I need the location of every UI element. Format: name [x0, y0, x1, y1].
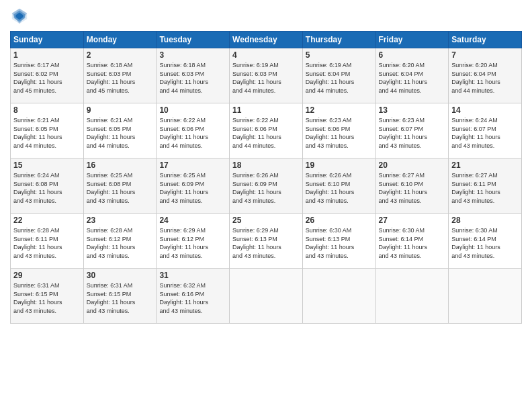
calendar-cell: 22Sunrise: 6:28 AMSunset: 6:11 PMDayligh…	[11, 214, 84, 269]
day-number: 20	[379, 161, 446, 170]
day-info: Sunrise: 6:23 AMSunset: 6:06 PMDaylight:…	[306, 116, 373, 150]
day-number: 9	[87, 105, 154, 115]
day-number: 10	[159, 105, 226, 115]
calendar-week-1: 1Sunrise: 6:17 AMSunset: 6:02 PMDaylight…	[11, 48, 522, 103]
day-info: Sunrise: 6:20 AMSunset: 6:04 PMDaylight:…	[379, 61, 446, 95]
day-number: 16	[87, 161, 154, 170]
day-number: 28	[451, 216, 519, 225]
calendar-week-4: 22Sunrise: 6:28 AMSunset: 6:11 PMDayligh…	[11, 214, 522, 269]
day-number: 29	[13, 271, 81, 280]
calendar-cell: 1Sunrise: 6:17 AMSunset: 6:02 PMDaylight…	[11, 48, 84, 103]
calendar-cell: 6Sunrise: 6:20 AMSunset: 6:04 PMDaylight…	[375, 48, 449, 103]
day-number: 3	[159, 50, 226, 60]
day-info: Sunrise: 6:27 AMSunset: 6:11 PMDaylight:…	[451, 171, 519, 205]
day-info: Sunrise: 6:25 AMSunset: 6:09 PMDaylight:…	[159, 171, 226, 205]
day-number: 19	[306, 161, 373, 170]
day-number: 18	[232, 161, 300, 170]
weekday-header-sunday: Sunday	[11, 32, 84, 48]
calendar-cell: 14Sunrise: 6:24 AMSunset: 6:07 PMDayligh…	[449, 103, 522, 158]
calendar-cell: 24Sunrise: 6:29 AMSunset: 6:12 PMDayligh…	[157, 214, 230, 269]
day-info: Sunrise: 6:26 AMSunset: 6:10 PMDaylight:…	[306, 171, 373, 205]
day-number: 2	[87, 50, 154, 60]
day-info: Sunrise: 6:24 AMSunset: 6:08 PMDaylight:…	[13, 171, 81, 205]
day-info: Sunrise: 6:29 AMSunset: 6:12 PMDaylight:…	[159, 226, 226, 260]
day-info: Sunrise: 6:30 AMSunset: 6:14 PMDaylight:…	[451, 226, 519, 260]
calendar-week-2: 8Sunrise: 6:21 AMSunset: 6:05 PMDaylight…	[11, 103, 522, 158]
calendar-cell: 13Sunrise: 6:23 AMSunset: 6:07 PMDayligh…	[375, 103, 449, 158]
calendar-cell: 11Sunrise: 6:22 AMSunset: 6:06 PMDayligh…	[230, 103, 303, 158]
day-number: 30	[87, 271, 154, 280]
day-number: 13	[379, 105, 446, 115]
day-info: Sunrise: 6:23 AMSunset: 6:07 PMDaylight:…	[379, 116, 446, 150]
day-number: 23	[87, 216, 154, 225]
day-info: Sunrise: 6:18 AMSunset: 6:03 PMDaylight:…	[87, 61, 154, 95]
weekday-header-friday: Friday	[375, 32, 449, 48]
day-info: Sunrise: 6:17 AMSunset: 6:02 PMDaylight:…	[13, 61, 81, 95]
day-info: Sunrise: 6:21 AMSunset: 6:05 PMDaylight:…	[13, 116, 81, 150]
day-info: Sunrise: 6:31 AMSunset: 6:15 PMDaylight:…	[13, 281, 81, 315]
calendar-cell: 21Sunrise: 6:27 AMSunset: 6:11 PMDayligh…	[449, 158, 522, 214]
day-info: Sunrise: 6:28 AMSunset: 6:11 PMDaylight:…	[13, 226, 81, 260]
calendar-cell: 12Sunrise: 6:23 AMSunset: 6:06 PMDayligh…	[302, 103, 375, 158]
calendar-cell	[230, 269, 303, 324]
day-info: Sunrise: 6:21 AMSunset: 6:05 PMDaylight:…	[87, 116, 154, 150]
calendar-cell: 31Sunrise: 6:32 AMSunset: 6:16 PMDayligh…	[157, 269, 230, 324]
calendar-cell: 5Sunrise: 6:19 AMSunset: 6:04 PMDaylight…	[302, 48, 375, 103]
calendar-cell	[302, 269, 375, 324]
page: SundayMondayTuesdayWednesdayThursdayFrid…	[0, 0, 532, 411]
calendar-cell: 27Sunrise: 6:30 AMSunset: 6:14 PMDayligh…	[375, 214, 449, 269]
weekday-header-monday: Monday	[83, 32, 157, 48]
day-number: 1	[13, 50, 81, 60]
day-number: 4	[232, 50, 300, 60]
day-info: Sunrise: 6:30 AMSunset: 6:14 PMDaylight:…	[379, 226, 446, 260]
day-number: 24	[159, 216, 226, 225]
day-info: Sunrise: 6:19 AMSunset: 6:04 PMDaylight:…	[306, 61, 373, 95]
calendar-cell: 28Sunrise: 6:30 AMSunset: 6:14 PMDayligh…	[449, 214, 522, 269]
day-info: Sunrise: 6:32 AMSunset: 6:16 PMDaylight:…	[159, 281, 226, 315]
day-info: Sunrise: 6:29 AMSunset: 6:13 PMDaylight:…	[232, 226, 300, 260]
calendar-cell: 7Sunrise: 6:20 AMSunset: 6:04 PMDaylight…	[449, 48, 522, 103]
logo	[10, 7, 32, 26]
day-info: Sunrise: 6:25 AMSunset: 6:08 PMDaylight:…	[87, 171, 154, 205]
day-info: Sunrise: 6:28 AMSunset: 6:12 PMDaylight:…	[87, 226, 154, 260]
calendar-cell	[449, 269, 522, 324]
day-info: Sunrise: 6:18 AMSunset: 6:03 PMDaylight:…	[159, 61, 226, 95]
calendar-cell: 10Sunrise: 6:22 AMSunset: 6:06 PMDayligh…	[157, 103, 230, 158]
day-info: Sunrise: 6:27 AMSunset: 6:10 PMDaylight:…	[379, 171, 446, 205]
calendar-cell: 20Sunrise: 6:27 AMSunset: 6:10 PMDayligh…	[375, 158, 449, 214]
day-number: 7	[451, 50, 519, 60]
calendar-cell: 23Sunrise: 6:28 AMSunset: 6:12 PMDayligh…	[83, 214, 157, 269]
day-number: 11	[232, 105, 300, 115]
day-info: Sunrise: 6:24 AMSunset: 6:07 PMDaylight:…	[451, 116, 519, 150]
day-number: 26	[306, 216, 373, 225]
calendar-cell: 4Sunrise: 6:19 AMSunset: 6:03 PMDaylight…	[230, 48, 303, 103]
calendar-week-5: 29Sunrise: 6:31 AMSunset: 6:15 PMDayligh…	[11, 269, 522, 324]
calendar-cell: 9Sunrise: 6:21 AMSunset: 6:05 PMDaylight…	[83, 103, 157, 158]
weekday-header-thursday: Thursday	[302, 32, 375, 48]
calendar-week-3: 15Sunrise: 6:24 AMSunset: 6:08 PMDayligh…	[11, 158, 522, 214]
day-number: 14	[451, 105, 519, 115]
day-number: 15	[13, 161, 81, 170]
calendar-table: SundayMondayTuesdayWednesdayThursdayFrid…	[10, 31, 522, 324]
calendar-cell: 15Sunrise: 6:24 AMSunset: 6:08 PMDayligh…	[11, 158, 84, 214]
day-info: Sunrise: 6:30 AMSunset: 6:13 PMDaylight:…	[306, 226, 373, 260]
day-number: 27	[379, 216, 446, 225]
day-number: 31	[159, 271, 226, 280]
weekday-header-wednesday: Wednesday	[230, 32, 303, 48]
calendar-cell: 2Sunrise: 6:18 AMSunset: 6:03 PMDaylight…	[83, 48, 157, 103]
calendar-cell: 8Sunrise: 6:21 AMSunset: 6:05 PMDaylight…	[11, 103, 84, 158]
logo-icon	[10, 7, 29, 26]
day-number: 17	[159, 161, 226, 170]
calendar-cell	[375, 269, 449, 324]
day-number: 21	[451, 161, 519, 170]
day-number: 22	[13, 216, 81, 225]
day-number: 25	[232, 216, 300, 225]
calendar-cell: 18Sunrise: 6:26 AMSunset: 6:09 PMDayligh…	[230, 158, 303, 214]
weekday-header-saturday: Saturday	[449, 32, 522, 48]
day-number: 6	[379, 50, 446, 60]
calendar-cell: 25Sunrise: 6:29 AMSunset: 6:13 PMDayligh…	[230, 214, 303, 269]
day-number: 8	[13, 105, 81, 115]
header	[10, 7, 522, 26]
day-number: 5	[306, 50, 373, 60]
day-info: Sunrise: 6:22 AMSunset: 6:06 PMDaylight:…	[159, 116, 226, 150]
